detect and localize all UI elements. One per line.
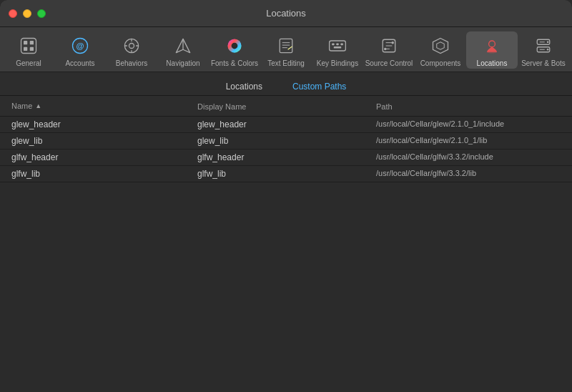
col-header-name: Name ▲ bbox=[11, 99, 197, 112]
window-title: Locations bbox=[266, 8, 306, 19]
key-bindings-icon bbox=[326, 34, 349, 57]
behaviors-icon bbox=[120, 34, 143, 57]
svg-rect-23 bbox=[332, 44, 335, 46]
cell-name-0: glew_header bbox=[11, 119, 197, 129]
toolbar-item-fonts-colors[interactable]: Fonts & Colors bbox=[209, 31, 260, 69]
svg-rect-26 bbox=[334, 46, 342, 49]
toolbar-item-text-editing[interactable]: Text Editing bbox=[260, 31, 312, 69]
locations-label: Locations bbox=[477, 59, 508, 67]
svg-rect-4 bbox=[30, 47, 34, 51]
navigation-icon bbox=[172, 34, 194, 57]
traffic-lights bbox=[9, 9, 46, 18]
svg-point-35 bbox=[489, 41, 495, 47]
text-editing-icon bbox=[275, 34, 297, 57]
toolbar-item-source-control[interactable]: Source Control bbox=[363, 31, 415, 69]
svg-text:@: @ bbox=[76, 41, 84, 50]
toolbar-item-behaviors[interactable]: Behaviors bbox=[106, 31, 157, 69]
accounts-label: Accounts bbox=[65, 59, 94, 67]
svg-rect-24 bbox=[336, 44, 339, 46]
server-bots-icon bbox=[532, 34, 555, 57]
svg-rect-0 bbox=[21, 39, 36, 54]
toolbar-item-components[interactable]: Components bbox=[415, 31, 466, 69]
svg-point-8 bbox=[129, 44, 134, 49]
toolbar: General @ Accounts Behaviors bbox=[0, 27, 572, 72]
table-row[interactable]: glew_lib glew_lib /usr/local/Cellar/glew… bbox=[0, 133, 572, 150]
fonts-colors-label: Fonts & Colors bbox=[211, 59, 258, 67]
cell-path-3: /usr/local/Cellar/glfw/3.3.2/lib bbox=[376, 169, 561, 179]
source-control-icon bbox=[378, 34, 400, 57]
svg-point-31 bbox=[392, 41, 395, 44]
col-header-display: Display Name bbox=[197, 99, 376, 112]
svg-point-16 bbox=[232, 43, 238, 49]
cell-path-0: /usr/local/Cellar/glew/2.1.0_1/include bbox=[376, 119, 561, 129]
behaviors-label: Behaviors bbox=[116, 59, 147, 67]
svg-rect-22 bbox=[330, 41, 346, 51]
accounts-icon: @ bbox=[69, 34, 92, 57]
general-label: General bbox=[16, 59, 41, 67]
tab-locations[interactable]: Locations bbox=[212, 78, 277, 95]
tab-custom-paths[interactable]: Custom Paths bbox=[278, 78, 360, 95]
table-body: glew_header glew_header /usr/local/Cella… bbox=[0, 117, 572, 392]
tab-area: Locations Custom Paths bbox=[0, 72, 572, 96]
cell-name-2: glfw_header bbox=[11, 152, 197, 162]
toolbar-item-navigation[interactable]: Navigation bbox=[157, 31, 209, 69]
navigation-label: Navigation bbox=[166, 59, 199, 67]
svg-point-32 bbox=[384, 48, 387, 51]
svg-line-21 bbox=[288, 46, 292, 49]
general-icon bbox=[17, 34, 40, 57]
svg-marker-33 bbox=[433, 39, 448, 54]
svg-rect-1 bbox=[24, 41, 27, 44]
toolbar-item-locations[interactable]: Locations bbox=[466, 31, 518, 69]
table-row[interactable]: glfw_lib glfw_lib /usr/local/Cellar/glfw… bbox=[0, 166, 572, 182]
svg-point-39 bbox=[547, 41, 549, 43]
toolbar-item-general[interactable]: General bbox=[3, 31, 54, 69]
cell-display-1: glew_lib bbox=[197, 136, 376, 146]
cell-display-0: glew_header bbox=[197, 119, 376, 129]
table-header: Name ▲ Display Name Path bbox=[0, 96, 572, 117]
components-icon bbox=[429, 34, 452, 57]
svg-rect-2 bbox=[30, 41, 34, 44]
toolbar-item-key-bindings[interactable]: Key Bindings bbox=[312, 31, 363, 69]
cell-path-2: /usr/local/Cellar/glfw/3.3.2/include bbox=[376, 152, 561, 162]
table-row[interactable]: glfw_header glfw_header /usr/local/Cella… bbox=[0, 150, 572, 166]
fonts-colors-icon bbox=[223, 34, 246, 57]
components-label: Components bbox=[420, 59, 461, 67]
svg-point-40 bbox=[547, 49, 549, 51]
text-editing-label: Text Editing bbox=[267, 59, 305, 67]
cell-path-1: /usr/local/Cellar/glew/2.1.0_1/lib bbox=[376, 136, 561, 146]
cell-display-2: glfw_header bbox=[197, 152, 376, 162]
key-bindings-label: Key Bindings bbox=[317, 59, 358, 67]
cell-name-3: glfw_lib bbox=[11, 169, 197, 179]
svg-rect-25 bbox=[340, 44, 343, 46]
cell-name-1: glew_lib bbox=[11, 136, 197, 146]
svg-rect-3 bbox=[24, 47, 27, 51]
svg-marker-34 bbox=[437, 42, 445, 50]
main-area: Name ▲ Display Name Path glew_header gle… bbox=[0, 96, 572, 392]
table-row[interactable]: glew_header glew_header /usr/local/Cella… bbox=[0, 117, 572, 133]
svg-point-36 bbox=[487, 51, 497, 54]
svg-rect-17 bbox=[280, 39, 292, 52]
col-header-path: Path bbox=[376, 99, 561, 112]
toolbar-item-server-bots[interactable]: Server & Bots bbox=[518, 31, 569, 69]
server-bots-label: Server & Bots bbox=[521, 59, 566, 67]
close-button[interactable] bbox=[9, 9, 17, 18]
toolbar-item-accounts[interactable]: @ Accounts bbox=[54, 31, 106, 69]
sort-arrow-icon: ▲ bbox=[35, 102, 41, 109]
minimize-button[interactable] bbox=[23, 9, 31, 18]
locations-icon bbox=[480, 34, 503, 57]
cell-display-3: glfw_lib bbox=[197, 169, 376, 179]
title-bar: Locations bbox=[0, 0, 572, 27]
source-control-label: Source Control bbox=[365, 59, 413, 67]
maximize-button[interactable] bbox=[37, 9, 46, 18]
